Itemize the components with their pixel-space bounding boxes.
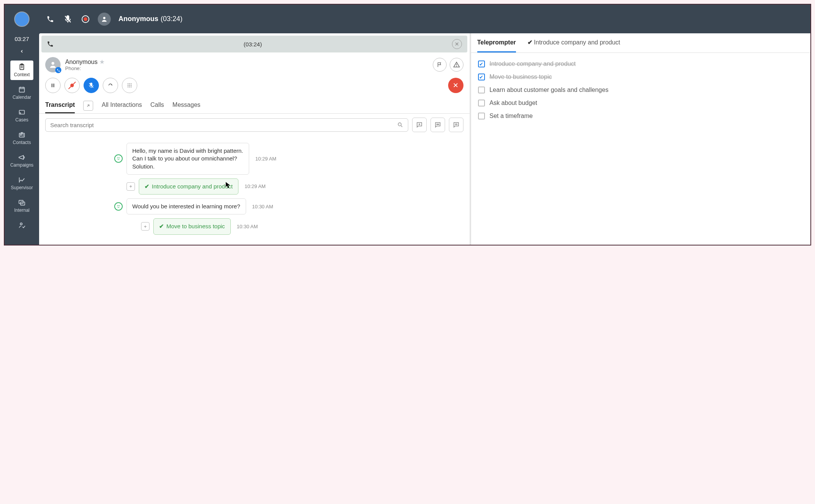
add-topic-button[interactable]: +	[141, 222, 150, 231]
svg-point-35	[128, 87, 128, 87]
dialpad-button[interactable]	[122, 78, 137, 93]
svg-point-29	[128, 83, 128, 84]
message-time: 10:29 AM	[255, 156, 276, 162]
sidebar-item-contacts[interactable]: Contacts	[10, 128, 33, 148]
sidebar-item-label: Campaigns	[10, 162, 34, 168]
add-note-button[interactable]	[412, 118, 427, 132]
svg-rect-11	[19, 110, 24, 114]
svg-point-37	[131, 87, 131, 87]
sentiment-positive-icon	[114, 202, 123, 211]
sentiment-positive-icon	[114, 154, 123, 163]
search-transcript-box[interactable]	[45, 118, 408, 132]
checkbox-icon[interactable]	[478, 100, 485, 106]
svg-point-52	[119, 206, 119, 206]
svg-point-26	[70, 83, 74, 87]
id-card-icon	[18, 131, 26, 139]
megaphone-icon	[18, 154, 26, 161]
sidebar-item-agent-status[interactable]	[10, 219, 33, 233]
sidebar-item-cases[interactable]: Cases	[10, 106, 33, 125]
checkbox-icon[interactable]: ✔	[478, 74, 485, 80]
flag-button[interactable]	[433, 58, 447, 72]
back-button[interactable]	[20, 49, 24, 54]
star-icon[interactable]: ★	[99, 58, 105, 65]
tab-messages[interactable]: Messages	[173, 98, 200, 113]
center-panel: (03:24) ✕ Anonymous ★	[39, 33, 471, 245]
sidebar-item-context[interactable]: Context	[10, 61, 33, 80]
audio-waveform-button[interactable]	[449, 118, 463, 132]
record-icon[interactable]	[80, 14, 91, 25]
chat-comment-button[interactable]	[431, 118, 445, 132]
check-icon: ✔	[527, 39, 532, 46]
checkbox-icon[interactable]: ✔	[478, 61, 485, 67]
sidebar-item-label: Internal	[14, 208, 30, 213]
phone-icon[interactable]	[45, 14, 56, 25]
chart-line-icon	[18, 176, 26, 184]
mute-button[interactable]	[84, 78, 99, 93]
topic-detected: ✔ Move to business topic	[153, 218, 231, 234]
svg-point-23	[456, 66, 457, 66]
svg-point-39	[398, 123, 401, 126]
cases-icon	[18, 108, 26, 116]
checkbox-icon[interactable]	[478, 113, 485, 119]
checklist-item[interactable]: Set a timeframe	[478, 110, 803, 123]
tab-calls[interactable]: Calls	[150, 98, 164, 113]
agent-avatar[interactable]	[14, 11, 30, 27]
right-panel: Teleprompter ✔Introduce company and prod…	[471, 33, 810, 245]
svg-point-31	[131, 83, 131, 84]
active-call-strip: (03:24) ✕	[41, 36, 467, 52]
sidebar-item-label: Calendar	[13, 95, 31, 100]
svg-point-34	[131, 85, 131, 86]
message-time: 10:29 AM	[245, 183, 266, 189]
svg-point-33	[129, 85, 130, 86]
check-icon: ✔	[145, 183, 150, 190]
caller-avatar-icon[interactable]	[98, 13, 111, 26]
sidebar-item-campaigns[interactable]: Campaigns	[10, 151, 33, 170]
checklist-item[interactable]: Ask about budget	[478, 97, 803, 110]
message-time: 10:30 AM	[252, 204, 273, 209]
expand-transcript-button[interactable]	[83, 101, 93, 111]
svg-point-43	[437, 124, 437, 125]
search-input[interactable]	[50, 122, 397, 128]
sidebar-item-label: Cases	[15, 117, 28, 123]
svg-rect-7	[19, 87, 24, 92]
tab-current-topic[interactable]: ✔Introduce company and product	[527, 33, 620, 52]
checklist-item[interactable]: ✔ Introduce company and product	[478, 57, 803, 70]
close-call-strip[interactable]: ✕	[452, 39, 462, 49]
checklist-item[interactable]: ✔ Move to business topic	[478, 70, 803, 83]
caller-name: Anonymous	[118, 15, 158, 23]
phone-icon	[47, 41, 54, 47]
tab-transcript[interactable]: Transcript	[45, 98, 75, 113]
transcript-message: Hello, my name is David with bright patt…	[127, 143, 249, 175]
stop-record-button[interactable]	[64, 78, 80, 93]
contact-name: Anonymous	[65, 59, 98, 65]
sidebar-item-supervisor[interactable]: Supervisor	[10, 173, 33, 193]
svg-point-51	[118, 206, 118, 206]
sidebar-item-calendar[interactable]: Calendar	[10, 83, 33, 103]
call-strip-timer: (03:24)	[54, 41, 452, 47]
svg-point-32	[128, 85, 128, 86]
phone-badge-icon	[55, 67, 61, 73]
add-topic-button[interactable]: +	[127, 182, 135, 191]
svg-point-21	[51, 62, 54, 65]
alert-button[interactable]	[450, 58, 463, 72]
person-check-icon	[18, 221, 26, 229]
top-call-timer: (03:24)	[161, 15, 182, 23]
hold-button[interactable]	[45, 78, 61, 93]
sidebar-item-label: Context	[14, 72, 30, 77]
end-call-button[interactable]: ✕	[448, 78, 463, 93]
tab-all-interactions[interactable]: All Interactions	[102, 98, 142, 113]
sidebar-item-internal[interactable]: Internal	[10, 196, 33, 216]
sidebar: 03:27 Context Calendar Cases	[5, 33, 39, 245]
checklist-item[interactable]: Learn about customer goals and challenge…	[478, 83, 803, 97]
svg-point-20	[20, 223, 22, 225]
sidebar-item-label: Supervisor	[11, 185, 33, 190]
topbar: Anonymous (03:24)	[5, 5, 810, 33]
transfer-button[interactable]	[103, 78, 118, 93]
transcript-message: Would you be interested in learning more…	[127, 198, 246, 214]
check-icon: ✔	[159, 223, 164, 230]
svg-point-50	[119, 158, 119, 158]
mic-muted-icon[interactable]	[62, 14, 73, 25]
checkbox-icon[interactable]	[478, 87, 485, 93]
tab-teleprompter[interactable]: Teleprompter	[477, 34, 516, 52]
svg-point-30	[129, 83, 130, 84]
